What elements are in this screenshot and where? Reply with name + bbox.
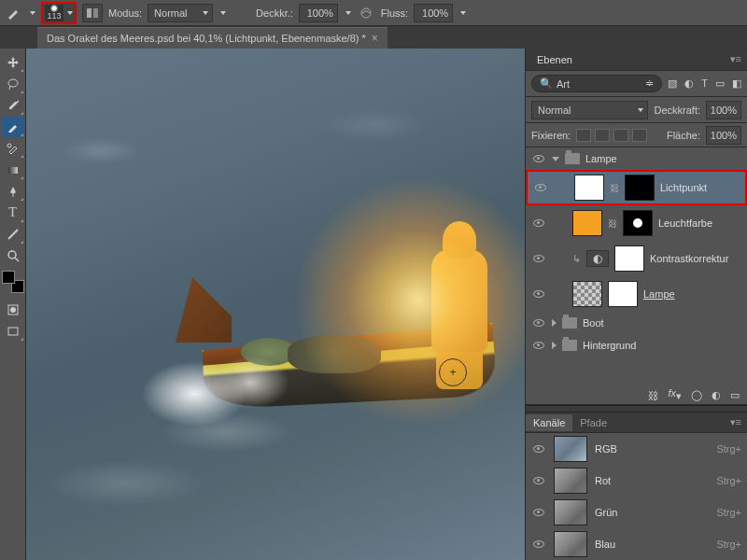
layer-opacity-input[interactable]: 100% (706, 101, 741, 119)
channel-rot[interactable]: Rot Strg+ (526, 465, 747, 497)
brush-preset-picker[interactable]: 113 (41, 2, 77, 24)
lock-all-icon[interactable] (632, 129, 647, 142)
filter-adjustment-icon[interactable]: ◐ (684, 77, 694, 90)
lock-pixels-icon[interactable] (595, 129, 610, 142)
layer-group-lampe[interactable]: Lampe (526, 147, 747, 170)
flow-input[interactable]: 100% (414, 4, 453, 22)
adjustment-thumbnail[interactable] (586, 250, 609, 267)
brush-panel-toggle[interactable] (82, 4, 103, 22)
layer-group-boot[interactable]: Boot (526, 312, 747, 334)
svg-line-7 (8, 230, 18, 239)
expand-icon[interactable] (552, 342, 557, 349)
filter-shape-icon[interactable]: ▭ (715, 77, 725, 90)
expand-icon[interactable] (552, 319, 557, 327)
filter-type-icon[interactable]: T (701, 77, 708, 90)
gradient-tool[interactable] (2, 160, 24, 180)
eyedropper-tool[interactable] (2, 95, 24, 116)
brush-preview: 113 (45, 5, 63, 21)
link-layers-icon[interactable]: ⛓ (648, 390, 658, 401)
pressure-opacity-icon[interactable] (357, 5, 375, 21)
visibility-toggle[interactable] (531, 316, 546, 329)
layer-blend-mode[interactable]: Normal (531, 101, 648, 119)
quick-mask-toggle[interactable] (2, 300, 24, 320)
new-adjustment-icon[interactable]: ◐ (712, 389, 721, 401)
mask-thumbnail[interactable] (625, 175, 655, 201)
svg-rect-12 (8, 328, 18, 335)
svg-point-4 (7, 144, 11, 147)
line-tool[interactable] (2, 224, 24, 245)
screen-mode-toggle[interactable] (2, 321, 24, 342)
layers-tab[interactable]: Ebenen (531, 52, 578, 67)
tool-preset-arrow[interactable] (30, 11, 35, 15)
right-panels: Ebenen ▾≡ 🔍 Art ≑ ▧ ◐ T ▭ ◧ Normal Deckk… (525, 49, 747, 560)
visibility-toggle[interactable] (531, 217, 546, 230)
zoom-tool[interactable] (2, 245, 24, 266)
close-icon[interactable]: × (372, 32, 378, 45)
layer-lichtpunkt[interactable]: ⛓ Lichtpunkt (526, 170, 747, 205)
mask-link-icon[interactable]: ⛓ (610, 181, 619, 194)
panel-menu-icon[interactable]: ▾≡ (730, 53, 741, 65)
lock-position-icon[interactable] (613, 129, 628, 142)
color-swatches[interactable] (2, 271, 24, 293)
visibility-toggle[interactable] (533, 181, 548, 194)
visibility-toggle[interactable] (531, 152, 546, 165)
move-tool[interactable] (2, 52, 24, 73)
layer-kontrastkorrektur[interactable]: ↳ Kontrastkorrektur (526, 241, 747, 276)
channel-thumbnail (554, 531, 587, 557)
layer-thumbnail[interactable] (572, 281, 602, 307)
svg-line-9 (15, 258, 19, 261)
layer-leuchtfarbe[interactable]: ⛓ Leuchtfarbe (526, 205, 747, 241)
document-tab-bar: Das Orakel des Meeres.psd bei 40,1% (Lic… (0, 26, 747, 49)
filter-pixel-icon[interactable]: ▧ (668, 77, 677, 90)
visibility-toggle[interactable] (531, 474, 546, 487)
channel-thumbnail (554, 468, 587, 494)
brush-tool[interactable] (2, 117, 24, 137)
panel-menu-icon[interactable]: ▾≡ (730, 416, 747, 428)
add-mask-icon[interactable]: ◯ (691, 389, 702, 401)
flow-label: Fluss: (381, 7, 408, 19)
history-brush-tool[interactable] (2, 138, 24, 159)
visibility-toggle[interactable] (531, 339, 546, 352)
svg-rect-0 (87, 8, 92, 18)
mask-link-icon[interactable]: ⛓ (608, 217, 617, 230)
svg-point-3 (8, 79, 18, 87)
mask-thumbnail[interactable] (623, 210, 653, 236)
layer-thumbnail[interactable] (574, 175, 604, 201)
visibility-toggle[interactable] (531, 442, 546, 455)
lock-transparency-icon[interactable] (576, 129, 591, 142)
lasso-tool[interactable] (2, 74, 24, 94)
visibility-toggle[interactable] (531, 506, 546, 519)
layer-thumbnail[interactable] (572, 210, 602, 236)
channels-tab[interactable]: Kanäle (526, 414, 572, 431)
document-tab[interactable]: Das Orakel des Meeres.psd bei 40,1% (Lic… (37, 27, 388, 49)
visibility-toggle[interactable] (531, 538, 546, 551)
type-tool[interactable]: T (2, 203, 24, 223)
opacity-input[interactable]: 100% (299, 4, 338, 22)
layer-group-hintergrund[interactable]: Hintergrund (526, 334, 747, 357)
folder-icon (562, 340, 577, 351)
channel-rgb[interactable]: RGB Strg+ (526, 433, 747, 465)
svg-rect-1 (93, 8, 98, 18)
canvas[interactable] (26, 49, 525, 560)
fill-input[interactable]: 100% (706, 126, 741, 145)
chevron-down-icon[interactable] (345, 11, 351, 15)
channel-gruen[interactable]: Grün Strg+ (526, 497, 747, 528)
chevron-down-icon[interactable] (460, 11, 466, 15)
blend-mode-dropdown[interactable]: Normal (148, 4, 213, 22)
new-group-icon[interactable]: ▭ (730, 389, 740, 401)
channel-blau[interactable]: Blau Strg+ (526, 528, 747, 560)
expand-icon[interactable] (552, 157, 559, 161)
chevron-down-icon[interactable] (220, 11, 226, 15)
opacity-label: Deckkr.: (256, 7, 293, 19)
filter-smart-icon[interactable]: ◧ (732, 77, 741, 90)
paths-tab[interactable]: Pfade (572, 414, 614, 431)
layer-lampe[interactable]: Lampe (526, 276, 747, 312)
visibility-toggle[interactable] (531, 287, 546, 301)
mask-thumbnail[interactable] (614, 245, 644, 272)
layer-fx-icon[interactable]: fx▾ (668, 387, 682, 402)
tool-options-bar: 113 Modus: Normal Deckkr.: 100% Fluss: 1… (0, 0, 747, 26)
pen-tool[interactable] (2, 181, 24, 202)
visibility-toggle[interactable] (531, 252, 546, 265)
mask-thumbnail[interactable] (608, 281, 638, 307)
layer-filter-dropdown[interactable]: 🔍 Art ≑ (531, 75, 662, 92)
